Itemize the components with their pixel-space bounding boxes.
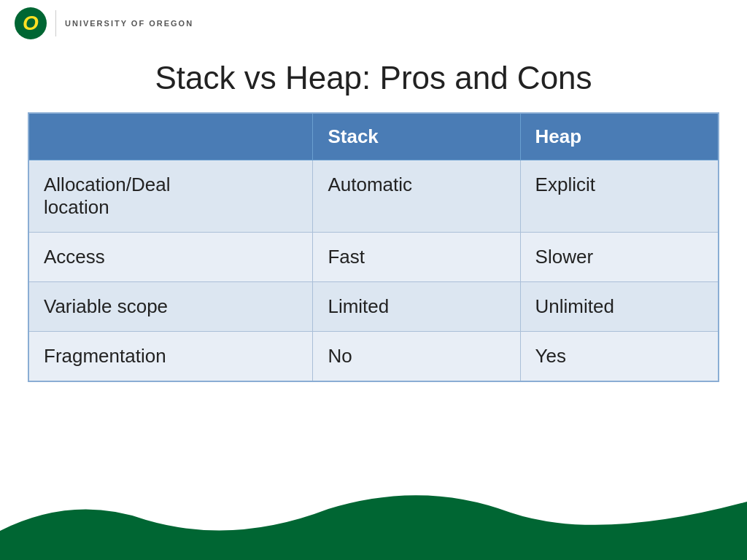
- col2-header: Stack: [313, 113, 520, 160]
- row-stack-access: Fast: [313, 233, 520, 282]
- comparison-table-container: Stack Heap Allocation/Deallocation Autom…: [0, 112, 747, 382]
- row-stack-scope: Limited: [313, 282, 520, 332]
- row-heap-allocation: Explicit: [520, 160, 719, 233]
- table-row: Access Fast Slower: [28, 233, 719, 282]
- row-label-scope: Variable scope: [28, 282, 313, 332]
- logo-letter: O: [23, 13, 39, 34]
- row-heap-access: Slower: [520, 233, 719, 282]
- page-title: Stack vs Heap: Pros and Cons: [0, 60, 747, 96]
- table-row: Variable scope Limited Unlimited: [28, 282, 719, 332]
- logo-divider: [55, 10, 56, 36]
- university-logo: O: [15, 7, 47, 39]
- header: O UNIVERSITY OF OREGON: [0, 0, 747, 47]
- col3-header: Heap: [520, 113, 719, 160]
- row-label-access: Access: [28, 233, 313, 282]
- row-stack-allocation: Automatic: [313, 160, 520, 233]
- row-label-allocation: Allocation/Deallocation: [28, 160, 313, 233]
- table-row: Fragmentation No Yes: [28, 332, 719, 382]
- bottom-decoration: [0, 487, 747, 560]
- row-heap-scope: Unlimited: [520, 282, 719, 332]
- comparison-table: Stack Heap Allocation/Deallocation Autom…: [28, 112, 719, 382]
- row-label-fragmentation: Fragmentation: [28, 332, 313, 382]
- row-heap-fragmentation: Yes: [520, 332, 719, 382]
- row-stack-fragmentation: No: [313, 332, 520, 382]
- col1-header: [28, 113, 313, 160]
- table-header-row: Stack Heap: [28, 113, 719, 160]
- university-name: UNIVERSITY OF OREGON: [65, 19, 193, 28]
- table-row: Allocation/Deallocation Automatic Explic…: [28, 160, 719, 233]
